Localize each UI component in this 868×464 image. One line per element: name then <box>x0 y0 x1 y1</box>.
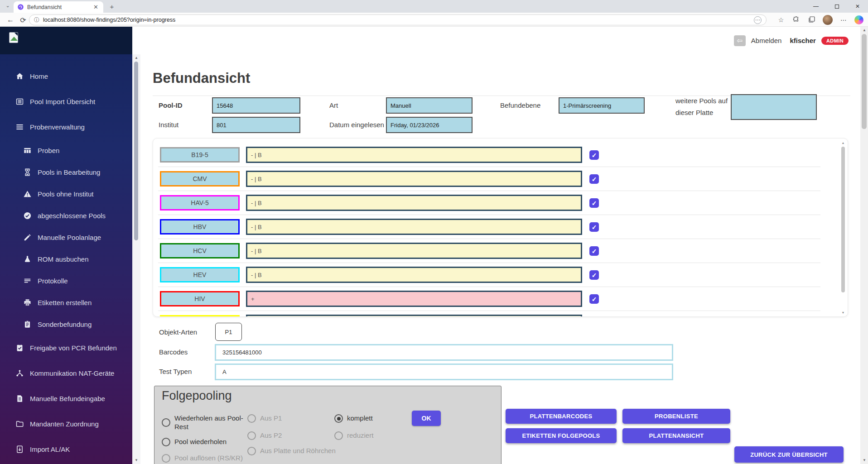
new-tab-button[interactable]: + <box>108 3 116 10</box>
datum-field[interactable]: Friday, 01/23/2026 <box>386 117 473 133</box>
sidebar-item-abgeschlossene-pools[interactable]: abgeschlossene Pools <box>0 205 132 226</box>
test-button-b19-5[interactable]: B19-5 <box>160 147 240 163</box>
sidebar-item-kommunikation-nat-geräte[interactable]: Kommunikation NAT-Geräte <box>0 360 132 386</box>
tab-search-chevron-icon[interactable]: ⌄ <box>4 3 12 10</box>
radio-circle-icon[interactable] <box>162 438 170 446</box>
result-checkbox[interactable]: ✓ <box>589 294 599 304</box>
close-icon[interactable]: ✕ <box>847 0 868 13</box>
weitere-pools-field[interactable] <box>731 94 817 120</box>
test-button-hcv[interactable]: HCV <box>160 243 240 258</box>
radio-pool-auflösen-rs-kr[interactable]: Pool auflösen (RS/KR) <box>162 454 243 463</box>
test-button-hev[interactable]: HEV <box>160 267 240 282</box>
sidebar-item-mandanten-zuordnung[interactable]: Mandanten Zuordnung <box>0 411 132 436</box>
back-to-overview-button[interactable]: ZURÜCK ZUR ÜBERSICHT <box>734 446 844 463</box>
test-result-field[interactable]: - | B <box>246 243 582 259</box>
test-result-field[interactable]: + <box>246 291 582 307</box>
browser-tab[interactable]: Befundansicht ✕ <box>14 1 103 13</box>
radio-circle-icon[interactable] <box>247 431 256 440</box>
sidebar-item-pools-ohne-institut[interactable]: Pools ohne Institut <box>0 183 132 205</box>
minimize-icon[interactable]: — <box>805 0 826 13</box>
result-checkbox[interactable]: ✓ <box>589 246 599 256</box>
barcodes-input[interactable]: 325156481000 <box>215 344 673 361</box>
result-checkbox[interactable]: ✓ <box>589 222 599 232</box>
sidebar-item-freigabe-von-pcr-befunden[interactable]: Freigabe von PCR Befunden <box>0 335 132 360</box>
radio-aus-p1[interactable]: Aus P1 <box>247 414 282 423</box>
sidebar-scrollbar-thumb[interactable] <box>134 62 138 240</box>
radio-aus-platte-und-röhrchen[interactable]: Aus Platte und Röhrchen <box>247 447 336 455</box>
result-checkbox[interactable]: ✓ <box>589 174 599 184</box>
test-button-hiv[interactable]: HIV <box>160 291 240 306</box>
radio-pool-wiederholen[interactable]: Pool wiederholen <box>162 438 227 446</box>
art-field[interactable]: Manuell <box>386 97 473 114</box>
radio-circle-icon[interactable] <box>247 414 256 423</box>
scroll-down-icon[interactable]: ▼ <box>860 458 868 463</box>
tests-scrollbar-thumb[interactable] <box>841 147 845 292</box>
radio-circle-icon[interactable] <box>247 447 256 455</box>
pool-id-field[interactable]: 15648 <box>212 97 300 114</box>
tab-close-icon[interactable]: ✕ <box>92 4 100 10</box>
result-checkbox[interactable]: ✓ <box>589 270 599 280</box>
test-button-item[interactable] <box>160 315 240 317</box>
back-icon[interactable]: ← <box>5 15 15 25</box>
objekt-art-p1-button[interactable]: P1 <box>215 323 242 341</box>
probenliste-button[interactable]: PROBENLISTE <box>622 409 730 424</box>
test-button-cmv[interactable]: CMV <box>160 171 240 187</box>
logout-label[interactable]: Abmelden <box>751 37 782 44</box>
url-bar[interactable]: ⓘ localhost:8080/show-findings/205?origi… <box>29 14 767 25</box>
test-result-field[interactable]: - | B <box>246 267 582 283</box>
extensions-puzzle-icon[interactable] <box>792 16 801 24</box>
scroll-down-icon[interactable]: ▼ <box>132 458 140 463</box>
test-result-field[interactable] <box>246 315 582 317</box>
test-button-hbv[interactable]: HBV <box>160 219 240 234</box>
copilot-icon[interactable] <box>854 15 863 24</box>
test-result-field[interactable]: - | B <box>246 195 582 211</box>
ok-button[interactable]: OK <box>412 411 441 426</box>
sidebar-item-rom-ausbuchen[interactable]: ROM ausbuchen <box>0 248 132 270</box>
maximize-icon[interactable] <box>826 0 847 13</box>
sidebar-item-import-al-ak[interactable]: Import AL/AK <box>0 436 132 462</box>
scroll-up-icon[interactable]: ▲ <box>132 55 140 61</box>
sidebar-item-etiketten-erstellen[interactable]: Etiketten erstellen <box>0 292 132 313</box>
page-scrollbar-thumb[interactable] <box>862 34 867 129</box>
radio-circle-icon[interactable] <box>162 454 170 463</box>
sidebar-item-manuelle-befundeingabe[interactable]: Manuelle Befundeingabe <box>0 386 132 411</box>
page-scrollbar[interactable]: ▲ ▼ <box>860 27 868 464</box>
test-result-field[interactable]: - | B <box>246 147 582 163</box>
plattenbarcodes-button[interactable]: PLATTENBARCODES <box>506 409 617 424</box>
radio-circle-icon[interactable] <box>334 414 343 423</box>
institut-field[interactable]: 801 <box>212 117 300 133</box>
befundebene-field[interactable]: 1-Primärscreening <box>559 97 645 114</box>
logout-arrow-icon[interactable]: ⇦ <box>734 35 746 46</box>
collections-icon[interactable] <box>807 16 816 24</box>
sidebar-scrollbar[interactable]: ▲ ▼ <box>132 54 140 464</box>
sidebar-item-manuelle-poolanlage[interactable]: Manuelle Poolanlage <box>0 226 132 248</box>
profile-avatar[interactable] <box>823 15 833 25</box>
site-info-icon[interactable]: ⓘ <box>34 16 39 24</box>
sidebar-item-pools-in-bearbeitung[interactable]: Pools in Bearbeitung <box>0 161 132 183</box>
scroll-down-icon[interactable]: ▼ <box>840 310 846 316</box>
scroll-up-icon[interactable]: ▲ <box>860 28 868 33</box>
sidebar-item-proben[interactable]: Proben <box>0 139 132 161</box>
etiketten-folgepools-button[interactable]: ETIKETTEN FOLGEPOOLS <box>506 428 617 443</box>
test-result-field[interactable]: - | B <box>246 171 582 187</box>
radio-komplett[interactable]: komplett <box>334 414 373 423</box>
test-typen-input[interactable]: A <box>215 364 673 380</box>
result-checkbox[interactable]: ✓ <box>589 198 599 208</box>
radio-wiederholen-aus-pool-rest[interactable]: Wiederholen aus Pool-Rest <box>162 414 251 431</box>
sidebar-item-probenverwaltung[interactable]: Probenverwaltung <box>0 114 132 139</box>
radio-reduziert[interactable]: reduziert <box>334 431 373 440</box>
browser-menu-icon[interactable]: ⋯ <box>839 16 848 24</box>
sidebar-item-pool-import-übersicht[interactable]: Pool Import Übersicht <box>0 89 132 114</box>
sidebar-item-home[interactable]: Home <box>0 63 132 89</box>
test-button-hav-5[interactable]: HAV-5 <box>160 195 240 210</box>
refresh-icon[interactable]: ⟳ <box>18 15 28 25</box>
radio-aus-p2[interactable]: Aus P2 <box>247 431 282 440</box>
sidebar-item-sonderbefundung[interactable]: Sonderbefundung <box>0 313 132 335</box>
radio-circle-icon[interactable] <box>334 431 343 440</box>
url-more-icon[interactable]: ⋯ <box>754 16 762 24</box>
plattenansicht-button[interactable]: PLATTENANSICHT <box>622 428 730 443</box>
test-result-field[interactable]: - | B <box>246 219 582 235</box>
sidebar-item-protokolle[interactable]: Protokolle <box>0 270 132 292</box>
tests-scrollbar[interactable]: ▲ ▼ <box>840 139 846 316</box>
radio-circle-icon[interactable] <box>162 418 170 427</box>
